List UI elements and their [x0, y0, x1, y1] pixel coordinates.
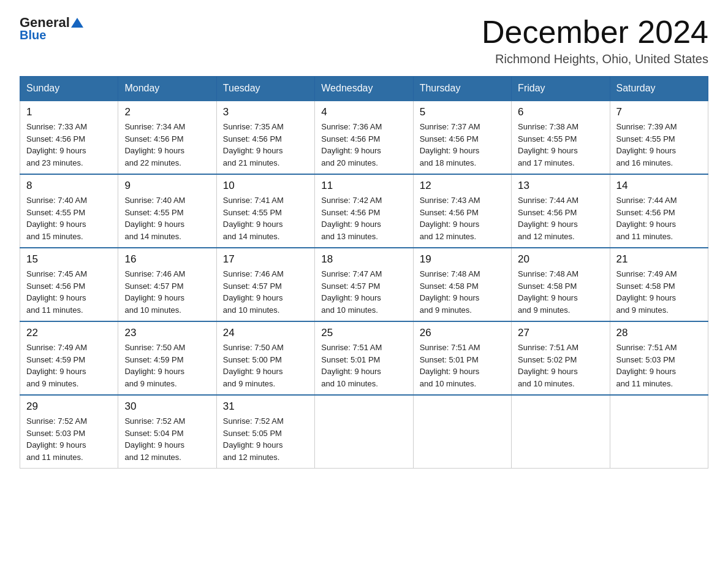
- calendar-cell: 25 Sunrise: 7:51 AM Sunset: 5:01 PM Dayl…: [315, 321, 413, 395]
- day-info: Sunrise: 7:52 AM Sunset: 5:04 PM Dayligh…: [124, 415, 210, 463]
- day-number: 18: [321, 253, 406, 266]
- day-info: Sunrise: 7:52 AM Sunset: 5:03 PM Dayligh…: [26, 415, 112, 463]
- week-row-1: 1 Sunrise: 7:33 AM Sunset: 4:56 PM Dayli…: [20, 101, 708, 174]
- calendar-header-row: Sunday Monday Tuesday Wednesday Thursday…: [20, 77, 708, 101]
- day-info: Sunrise: 7:51 AM Sunset: 5:01 PM Dayligh…: [420, 342, 505, 389]
- calendar-cell: 28 Sunrise: 7:51 AM Sunset: 5:03 PM Dayl…: [610, 321, 708, 395]
- day-number: 22: [26, 327, 112, 339]
- page-header: General Blue December 2024 Richmond Heig…: [20, 15, 708, 66]
- calendar-cell: 26 Sunrise: 7:51 AM Sunset: 5:01 PM Dayl…: [413, 321, 511, 395]
- day-info: Sunrise: 7:44 AM Sunset: 4:56 PM Dayligh…: [518, 194, 603, 242]
- day-number: 24: [223, 327, 308, 339]
- day-number: 16: [124, 253, 210, 266]
- day-info: Sunrise: 7:40 AM Sunset: 4:55 PM Dayligh…: [26, 194, 112, 242]
- calendar-cell: 16 Sunrise: 7:46 AM Sunset: 4:57 PM Dayl…: [118, 248, 216, 321]
- calendar-cell: [610, 395, 708, 469]
- day-number: 20: [518, 253, 603, 266]
- day-info: Sunrise: 7:45 AM Sunset: 4:56 PM Dayligh…: [26, 268, 112, 316]
- calendar-cell: [512, 395, 610, 469]
- day-info: Sunrise: 7:50 AM Sunset: 5:00 PM Dayligh…: [223, 342, 308, 389]
- calendar-cell: 10 Sunrise: 7:41 AM Sunset: 4:55 PM Dayl…: [216, 174, 314, 248]
- day-number: 25: [321, 327, 406, 339]
- day-number: 21: [616, 253, 702, 266]
- calendar-cell: 21 Sunrise: 7:49 AM Sunset: 4:58 PM Dayl…: [610, 248, 708, 321]
- calendar-cell: 29 Sunrise: 7:52 AM Sunset: 5:03 PM Dayl…: [20, 395, 118, 469]
- day-number: 26: [420, 327, 505, 339]
- col-saturday: Saturday: [610, 77, 708, 101]
- day-number: 27: [518, 327, 603, 339]
- day-number: 29: [26, 400, 112, 413]
- calendar-cell: 11 Sunrise: 7:42 AM Sunset: 4:56 PM Dayl…: [315, 174, 413, 248]
- day-number: 7: [616, 106, 702, 118]
- col-wednesday: Wednesday: [315, 77, 413, 101]
- day-info: Sunrise: 7:42 AM Sunset: 4:56 PM Dayligh…: [321, 194, 406, 242]
- calendar-cell: 6 Sunrise: 7:38 AM Sunset: 4:55 PM Dayli…: [512, 101, 610, 174]
- calendar-cell: [413, 395, 511, 469]
- week-row-3: 15 Sunrise: 7:45 AM Sunset: 4:56 PM Dayl…: [20, 248, 708, 321]
- calendar-cell: 22 Sunrise: 7:49 AM Sunset: 4:59 PM Dayl…: [20, 321, 118, 395]
- calendar-cell: 4 Sunrise: 7:36 AM Sunset: 4:56 PM Dayli…: [315, 101, 413, 174]
- day-number: 11: [321, 180, 406, 192]
- svg-marker-0: [71, 18, 83, 28]
- logo-blue-text: Blue: [20, 28, 46, 42]
- calendar-cell: 23 Sunrise: 7:50 AM Sunset: 4:59 PM Dayl…: [118, 321, 216, 395]
- calendar-table: Sunday Monday Tuesday Wednesday Thursday…: [20, 76, 708, 469]
- calendar-cell: 3 Sunrise: 7:35 AM Sunset: 4:56 PM Dayli…: [216, 101, 314, 174]
- day-number: 1: [26, 106, 112, 118]
- calendar-cell: 27 Sunrise: 7:51 AM Sunset: 5:02 PM Dayl…: [512, 321, 610, 395]
- calendar-cell: 14 Sunrise: 7:44 AM Sunset: 4:56 PM Dayl…: [610, 174, 708, 248]
- day-info: Sunrise: 7:48 AM Sunset: 4:58 PM Dayligh…: [420, 268, 505, 316]
- calendar-cell: 18 Sunrise: 7:47 AM Sunset: 4:57 PM Dayl…: [315, 248, 413, 321]
- calendar-cell: 1 Sunrise: 7:33 AM Sunset: 4:56 PM Dayli…: [20, 101, 118, 174]
- day-number: 2: [124, 106, 210, 118]
- day-number: 6: [518, 106, 603, 118]
- day-info: Sunrise: 7:37 AM Sunset: 4:56 PM Dayligh…: [420, 121, 505, 169]
- day-info: Sunrise: 7:51 AM Sunset: 5:01 PM Dayligh…: [321, 342, 406, 389]
- day-info: Sunrise: 7:41 AM Sunset: 4:55 PM Dayligh…: [223, 194, 308, 242]
- day-number: 5: [420, 106, 505, 118]
- logo: General Blue: [20, 15, 85, 42]
- day-info: Sunrise: 7:50 AM Sunset: 4:59 PM Dayligh…: [124, 342, 210, 389]
- day-number: 31: [223, 400, 308, 413]
- day-number: 13: [518, 180, 603, 192]
- col-sunday: Sunday: [20, 77, 118, 101]
- day-number: 8: [26, 180, 112, 192]
- day-info: Sunrise: 7:46 AM Sunset: 4:57 PM Dayligh…: [223, 268, 308, 316]
- day-number: 9: [124, 180, 210, 192]
- day-number: 28: [616, 327, 702, 339]
- day-number: 30: [124, 400, 210, 413]
- location-title: Richmond Heights, Ohio, United States: [482, 52, 708, 66]
- calendar-cell: 17 Sunrise: 7:46 AM Sunset: 4:57 PM Dayl…: [216, 248, 314, 321]
- day-number: 10: [223, 180, 308, 192]
- day-number: 3: [223, 106, 308, 118]
- calendar-cell: 31 Sunrise: 7:52 AM Sunset: 5:05 PM Dayl…: [216, 395, 314, 469]
- day-info: Sunrise: 7:52 AM Sunset: 5:05 PM Dayligh…: [223, 415, 308, 463]
- month-title: December 2024: [482, 15, 708, 50]
- col-thursday: Thursday: [413, 77, 511, 101]
- title-section: December 2024 Richmond Heights, Ohio, Un…: [482, 15, 708, 66]
- calendar-cell: 2 Sunrise: 7:34 AM Sunset: 4:56 PM Dayli…: [118, 101, 216, 174]
- logo-triangle-icon: [70, 17, 84, 29]
- day-info: Sunrise: 7:44 AM Sunset: 4:56 PM Dayligh…: [616, 194, 702, 242]
- col-tuesday: Tuesday: [216, 77, 314, 101]
- calendar-cell: 9 Sunrise: 7:40 AM Sunset: 4:55 PM Dayli…: [118, 174, 216, 248]
- day-number: 19: [420, 253, 505, 266]
- day-number: 15: [26, 253, 112, 266]
- calendar-cell: 19 Sunrise: 7:48 AM Sunset: 4:58 PM Dayl…: [413, 248, 511, 321]
- calendar-cell: 24 Sunrise: 7:50 AM Sunset: 5:00 PM Dayl…: [216, 321, 314, 395]
- day-info: Sunrise: 7:46 AM Sunset: 4:57 PM Dayligh…: [124, 268, 210, 316]
- calendar-cell: [315, 395, 413, 469]
- week-row-2: 8 Sunrise: 7:40 AM Sunset: 4:55 PM Dayli…: [20, 174, 708, 248]
- day-number: 14: [616, 180, 702, 192]
- calendar-cell: 20 Sunrise: 7:48 AM Sunset: 4:58 PM Dayl…: [512, 248, 610, 321]
- day-info: Sunrise: 7:33 AM Sunset: 4:56 PM Dayligh…: [26, 121, 112, 169]
- day-info: Sunrise: 7:43 AM Sunset: 4:56 PM Dayligh…: [420, 194, 505, 242]
- day-number: 12: [420, 180, 505, 192]
- day-number: 17: [223, 253, 308, 266]
- day-info: Sunrise: 7:49 AM Sunset: 4:58 PM Dayligh…: [616, 268, 702, 316]
- calendar-cell: 12 Sunrise: 7:43 AM Sunset: 4:56 PM Dayl…: [413, 174, 511, 248]
- day-info: Sunrise: 7:35 AM Sunset: 4:56 PM Dayligh…: [223, 121, 308, 169]
- day-info: Sunrise: 7:40 AM Sunset: 4:55 PM Dayligh…: [124, 194, 210, 242]
- day-info: Sunrise: 7:51 AM Sunset: 5:02 PM Dayligh…: [518, 342, 603, 389]
- day-number: 23: [124, 327, 210, 339]
